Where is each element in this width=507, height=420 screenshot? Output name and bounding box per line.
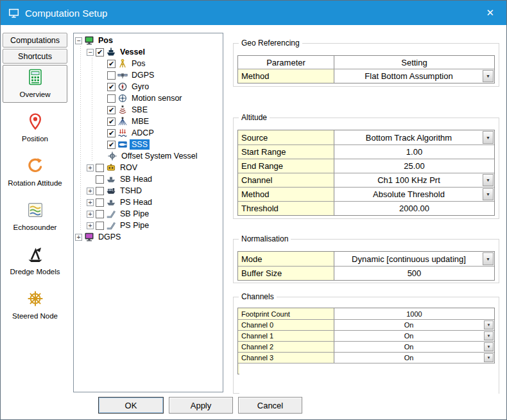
param-value-cell[interactable]: 2000.00 [334, 202, 494, 215]
tree-checkbox[interactable] [96, 175, 104, 184]
param-value-cell[interactable]: Ch1 100 KHz Prt▼ [334, 173, 494, 187]
tree-node-ps-head[interactable]: +PS Head [75, 197, 221, 208]
tree-node-offset-system-vessel[interactable]: Offset System Vessel [75, 150, 221, 162]
tree-node-label[interactable]: SB Head [118, 174, 154, 184]
tree-checkbox[interactable] [96, 187, 104, 195]
sidebar-tab-computations[interactable]: Computations [3, 33, 67, 48]
tree-node-label[interactable]: DGPS [96, 232, 123, 242]
tree-node-label[interactable]: Pos [130, 58, 148, 69]
sidebar-item-dredge-models[interactable]: Dredge Models [3, 242, 67, 280]
tree-checkbox[interactable] [107, 71, 116, 80]
tree-node-sb-head[interactable]: SB Head [75, 173, 221, 185]
dropdown-arrow-icon[interactable]: ▼ [484, 331, 494, 340]
tree-node-vessel[interactable]: −Vessel [75, 46, 221, 58]
cancel-button[interactable]: Cancel [238, 397, 302, 414]
normalisation-row-buffer-size: Buffer Size500 [238, 266, 494, 280]
tree-node-sbe[interactable]: SBE [75, 104, 221, 116]
tree-checkbox[interactable] [96, 222, 104, 230]
tree-node-label[interactable]: ADCP [130, 128, 156, 138]
titlebar[interactable]: Computation Setup ✕ [1, 1, 506, 25]
tree-node-label[interactable]: SSS [130, 139, 150, 150]
dropdown-arrow-icon[interactable]: ▼ [484, 320, 494, 329]
param-value-cell[interactable]: 500 [334, 267, 494, 280]
param-value-cell[interactable]: Bottom Track Algorithm▼ [334, 130, 494, 144]
tree-checkbox[interactable] [107, 83, 116, 91]
tree-node-ps-pipe[interactable]: +PS Pipe [75, 220, 221, 231]
tree-indent-guide [87, 81, 98, 92]
apply-button[interactable]: Apply [169, 397, 233, 414]
tree-node-sss[interactable]: SSS [75, 139, 221, 150]
tree-expander-plus-icon[interactable]: + [87, 164, 94, 171]
tree-node-mbe[interactable]: MBE [75, 116, 221, 127]
tree-node-label[interactable]: PS Pipe [118, 220, 151, 231]
tree-node-label[interactable]: SBE [130, 105, 150, 115]
altitude-group: Altitude SourceBottom Track Algorithm▼St… [233, 118, 499, 219]
param-value-cell[interactable]: Dynamic [continuous updating]▼ [334, 252, 494, 266]
param-value-cell[interactable]: 1.00 [334, 145, 494, 159]
tree-node-dgps[interactable]: DGPS [75, 69, 221, 81]
tree-node-label[interactable]: PS Head [118, 197, 154, 207]
tree-checkbox[interactable] [107, 60, 116, 68]
tree-checkbox[interactable] [107, 94, 116, 103]
tree-node-label[interactable]: DGPS [130, 70, 156, 80]
tree-expander-minus-icon[interactable]: − [87, 49, 94, 56]
tree-node-sb-pipe[interactable]: +SB Pipe [75, 208, 221, 220]
ok-button[interactable]: OK [98, 397, 164, 414]
normalisation-group: Normalisation ModeDynamic [continuous up… [233, 239, 499, 283]
dropdown-arrow-icon[interactable]: ▼ [484, 342, 494, 351]
param-label: Start Range [238, 145, 334, 159]
tree-node-label[interactable]: Vessel [118, 47, 147, 57]
param-value-cell[interactable]: Flat Bottom Assumption▼ [334, 69, 494, 83]
param-value-cell[interactable]: On▼ [334, 320, 494, 330]
param-value-cell[interactable]: 1000 [334, 308, 494, 319]
sidebar-tab-shortcuts[interactable]: Shortcuts [3, 49, 67, 64]
sidebar-item-position[interactable]: Position [3, 109, 67, 147]
tree-node-label[interactable]: Gyro [130, 82, 151, 92]
param-value-cell[interactable]: Absolute Threshold▼ [334, 188, 494, 201]
tree-expander-plus-icon[interactable]: + [87, 199, 94, 206]
tree-checkbox[interactable] [96, 198, 104, 207]
dropdown-arrow-icon[interactable]: ▼ [483, 131, 494, 144]
tree-node-label[interactable]: MBE [130, 116, 151, 127]
tree-expander-minus-icon[interactable]: − [75, 37, 82, 44]
dropdown-arrow-icon[interactable]: ▼ [483, 188, 494, 200]
tree-expander-plus-icon[interactable]: + [75, 234, 82, 241]
tree-node-pos[interactable]: Pos [75, 58, 221, 69]
dropdown-arrow-icon[interactable]: ▼ [483, 70, 494, 82]
tree-node-pos[interactable]: −Pos [75, 35, 221, 46]
tree-checkbox[interactable] [96, 164, 104, 172]
tree-node-rov[interactable]: +ROV [75, 162, 221, 173]
dropdown-arrow-icon[interactable]: ▼ [483, 174, 494, 186]
tree-node-dgps[interactable]: +DGPS [75, 231, 221, 243]
close-button[interactable]: ✕ [481, 6, 499, 20]
tree-node-label[interactable]: ROV [118, 162, 139, 173]
param-value-cell[interactable]: On▼ [334, 353, 494, 363]
tree-node-motion-sensor[interactable]: Motion sensor [75, 92, 221, 104]
tree-checkbox[interactable] [107, 106, 116, 114]
tree-expander-plus-icon[interactable]: + [87, 222, 94, 229]
sidebar-item-overview[interactable]: Overview [3, 65, 67, 103]
tree-checkbox[interactable] [96, 210, 104, 218]
tree-node-adcp[interactable]: ADCP [75, 127, 221, 139]
tree-checkbox[interactable] [107, 129, 116, 137]
tree-node-gyro[interactable]: Gyro [75, 81, 221, 92]
tree-expander-plus-icon[interactable]: + [87, 188, 94, 195]
tree-node-label[interactable]: TSHD [118, 186, 144, 196]
tree-checkbox[interactable] [107, 141, 116, 149]
tree-node-label[interactable]: Pos [96, 35, 115, 46]
sidebar-item-echosounder[interactable]: Echosounder [3, 198, 67, 236]
dropdown-arrow-icon[interactable]: ▼ [483, 252, 494, 265]
dropdown-arrow-icon[interactable]: ▼ [484, 353, 494, 362]
tree-expander-plus-icon[interactable]: + [87, 211, 94, 218]
tree-checkbox[interactable] [96, 48, 104, 57]
tree-node-label[interactable]: SB Pipe [118, 209, 151, 219]
param-value-cell[interactable]: On▼ [334, 342, 494, 352]
param-value-cell[interactable]: On▼ [334, 331, 494, 341]
tree-node-label[interactable]: Offset System Vessel [119, 151, 200, 161]
sidebar-item-rotation-attitude[interactable]: Rotation Attitude [3, 153, 67, 191]
tree-node-label[interactable]: Motion sensor [130, 93, 184, 103]
tree-node-tshd[interactable]: +TSHD [75, 185, 221, 197]
tree-checkbox[interactable] [107, 118, 116, 126]
sidebar-item-steered-node[interactable]: Steered Node [3, 286, 67, 324]
param-value-cell[interactable]: 25.00 [334, 159, 494, 173]
